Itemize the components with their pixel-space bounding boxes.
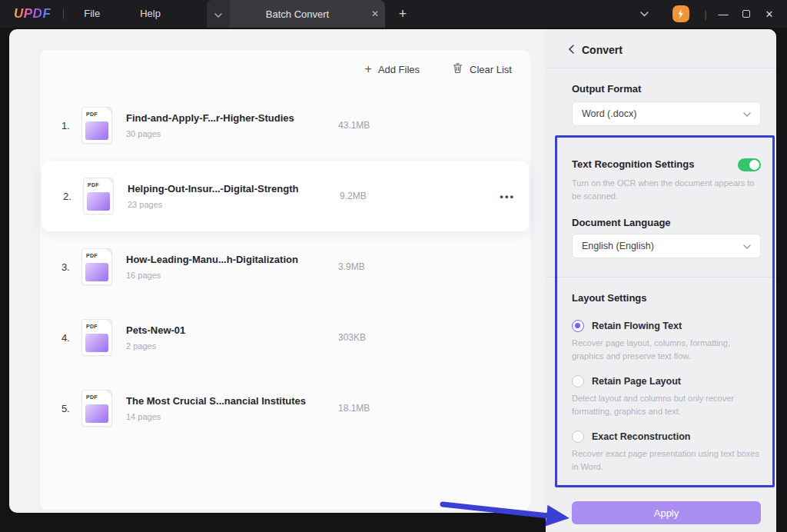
document-language-label: Document Language [572, 217, 671, 228]
maximize-icon [742, 10, 750, 18]
maximize-button[interactable] [735, 0, 758, 28]
menu-help[interactable]: Help [120, 0, 181, 28]
sidebar-divider [546, 68, 776, 68]
add-files-button[interactable]: + Add Files [365, 63, 420, 75]
menu-file[interactable]: File [64, 0, 120, 28]
collapse-chevron-icon[interactable] [634, 12, 656, 17]
file-index: 4. [61, 332, 81, 344]
file-index: 5. [61, 403, 81, 414]
sidebar-title: Convert [582, 44, 623, 56]
radio-selected-icon [572, 320, 584, 332]
file-size: 9.2MB [340, 191, 447, 201]
file-size: 43.1MB [338, 120, 446, 131]
titlebar: UPDF File Help Batch Convert ✕ + | — ✕ [0, 0, 787, 28]
file-name: Find-and-Apply-F...r-Higher-Studies [126, 112, 338, 124]
option-description: Recover exact page presentation using te… [572, 447, 762, 473]
pdf-file-icon: PDF [81, 248, 112, 285]
output-format-value: Word (.docx) [582, 108, 636, 119]
tab-close-icon[interactable]: ✕ [365, 0, 385, 28]
file-size: 18.1MB [338, 403, 446, 414]
file-info: The Most Crucial S...nancial Institutes … [126, 395, 338, 421]
back-chevron-icon[interactable] [569, 43, 574, 57]
file-info: How-Leading-Manu...h-Digitalization 16 p… [126, 254, 338, 280]
option-retain-flowing-text[interactable]: Retain Flowing Text [572, 320, 682, 332]
apply-button[interactable]: Apply [572, 501, 761, 524]
file-name: The Most Crucial S...nancial Institutes [126, 395, 338, 407]
clear-list-label: Clear List [470, 64, 512, 75]
option-description: Recover page layout, columns, formatting… [572, 337, 762, 362]
trash-icon [452, 62, 463, 76]
pdf-file-icon: PDF [81, 319, 112, 356]
file-list-toolbar: + Add Files Clear List [365, 62, 512, 76]
file-size: 303KB [338, 332, 446, 343]
document-language-select[interactable]: English (English) [572, 234, 761, 258]
pdf-file-icon: PDF [83, 178, 114, 214]
user-avatar[interactable] [672, 5, 689, 22]
ocr-toggle[interactable] [738, 158, 761, 171]
window-controls-divider: | [705, 8, 707, 20]
pdf-file-icon: PDF [81, 390, 112, 427]
chevron-down-icon [743, 108, 751, 119]
file-pages: 16 pages [126, 271, 338, 280]
radio-icon [572, 375, 584, 387]
option-exact-reconstruction[interactable]: Exact Reconstruction [572, 431, 691, 443]
more-options-icon[interactable]: ••• [500, 191, 515, 202]
option-label: Exact Reconstruction [592, 431, 691, 442]
file-row-1[interactable]: 1. PDF Find-and-Apply-F...r-Higher-Studi… [40, 90, 530, 161]
file-row-3[interactable]: 3. PDF How-Leading-Manu...h-Digitalizati… [40, 231, 530, 302]
file-info: Pets-New-01 2 pages [126, 324, 338, 351]
file-pages: 23 pages [128, 200, 340, 209]
add-files-label: Add Files [378, 64, 420, 75]
app-window: UPDF File Help Batch Convert ✕ + | — ✕ [0, 0, 787, 532]
ocr-settings-title: Text Recognition Settings [572, 158, 694, 170]
radio-icon [572, 431, 584, 443]
file-row-4[interactable]: 4. PDF Pets-New-01 2 pages 303KB [40, 302, 530, 373]
sidebar-header: Convert [569, 43, 623, 57]
file-index: 2. [63, 191, 83, 202]
file-list-card: + Add Files Clear List 1. PDF Find-and-A… [40, 50, 530, 510]
file-info: Helping-Out-Insur...-Digital-Strength 23… [128, 183, 340, 209]
file-rows: 1. PDF Find-and-Apply-F...r-Higher-Studi… [40, 90, 530, 444]
file-index: 1. [61, 120, 81, 131]
file-name: Helping-Out-Insur...-Digital-Strength [128, 183, 340, 195]
titlebar-right-controls: | — ✕ [634, 0, 787, 28]
clear-list-button[interactable]: Clear List [452, 62, 512, 76]
option-label: Retain Page Layout [592, 376, 681, 387]
chevron-down-icon [214, 7, 222, 21]
minimize-button[interactable]: — [712, 0, 735, 28]
file-index: 3. [61, 261, 81, 273]
close-button[interactable]: ✕ [758, 0, 781, 28]
file-pages: 2 pages [126, 341, 338, 351]
output-format-select[interactable]: Word (.docx) [572, 101, 761, 126]
option-description: Detect layout and columns but only recov… [572, 392, 762, 417]
updf-logo: UPDF [14, 6, 51, 22]
file-info: Find-and-Apply-F...r-Higher-Studies 30 p… [126, 112, 338, 138]
chevron-down-icon [743, 241, 751, 251]
option-retain-page-layout[interactable]: Retain Page Layout [572, 375, 681, 387]
convert-sidebar: Convert Output Format Word (.docx) Text … [546, 29, 776, 532]
option-label: Retain Flowing Text [592, 321, 682, 331]
file-row-2[interactable]: 2. PDF Helping-Out-Insur...-Digital-Stre… [42, 161, 529, 231]
tab-batch-convert[interactable]: Batch Convert ✕ [207, 0, 385, 28]
file-name: Pets-New-01 [126, 324, 338, 336]
file-row-5[interactable]: 5. PDF The Most Crucial S...nancial Inst… [40, 373, 530, 444]
pdf-file-icon: PDF [81, 107, 112, 144]
new-tab-button[interactable]: + [391, 0, 414, 28]
file-name: How-Leading-Manu...h-Digitalization [126, 254, 338, 265]
tab-dropdown-button[interactable] [207, 0, 230, 28]
ocr-description: Turn on the OCR when the document appear… [572, 177, 762, 202]
layout-settings-title: Layout Settings [572, 292, 647, 304]
file-size: 3.9MB [338, 261, 446, 272]
plus-icon: + [365, 63, 372, 75]
tab-title: Batch Convert [230, 8, 365, 20]
output-format-label: Output Format [572, 83, 641, 95]
sidebar-divider [546, 277, 776, 278]
file-pages: 30 pages [126, 129, 338, 138]
file-pages: 14 pages [126, 412, 338, 421]
document-language-value: English (English) [582, 241, 654, 251]
